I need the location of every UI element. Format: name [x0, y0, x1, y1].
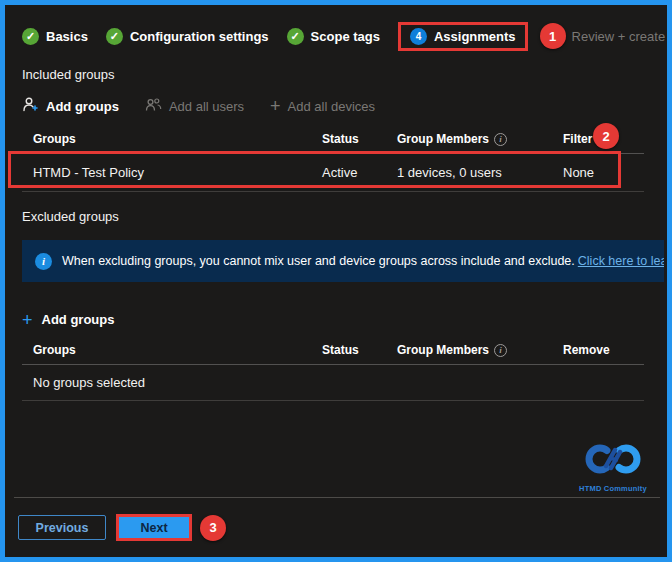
plus-icon: +: [22, 313, 33, 327]
excluded-add-groups-button[interactable]: + Add groups: [22, 312, 653, 327]
htmd-logo-icon: [583, 439, 643, 479]
excluded-groups-table: Groups Status Group Members i Remove No …: [22, 343, 644, 401]
tab-assignments-label: Assignments: [434, 29, 516, 44]
plus-icon: +: [270, 99, 281, 113]
included-table-header: Groups Status Group Members i Filter: [22, 132, 644, 154]
banner-message: When excluding groups, you cannot mix us…: [62, 254, 575, 268]
banner-text: When excluding groups, you cannot mix us…: [62, 254, 664, 268]
tab-basics[interactable]: ✓ Basics: [22, 28, 88, 45]
tab-assignments[interactable]: 4 Assignments: [410, 28, 516, 45]
add-all-devices-button[interactable]: + Add all devices: [270, 99, 375, 114]
previous-button[interactable]: Previous: [18, 515, 106, 540]
column-status: Status: [322, 132, 397, 146]
exclusion-info-banner: i When excluding groups, you cannot mix …: [22, 240, 664, 282]
column-group-members: Group Members i: [397, 343, 563, 357]
no-groups-selected-text: No groups selected: [33, 375, 322, 390]
annotation-circle-3: 3: [200, 515, 226, 541]
column-group-members-label: Group Members: [397, 132, 489, 146]
cell-members: 1 devices, 0 users: [397, 165, 563, 180]
tab-scope-tags[interactable]: ✓ Scope tags: [287, 28, 380, 45]
add-groups-label: Add groups: [46, 99, 119, 114]
people-icon: [145, 97, 162, 115]
annotation-circle-1: 1: [540, 23, 566, 49]
wizard-footer: Previous Next 3: [14, 497, 660, 541]
info-icon[interactable]: i: [494, 344, 507, 357]
empty-state-row: No groups selected: [22, 365, 644, 401]
column-remove: Remove: [563, 343, 644, 357]
annotation-box-assignments: 4 Assignments: [398, 22, 528, 51]
column-groups: Groups: [33, 343, 322, 357]
info-banner-icon: i: [35, 253, 52, 270]
tab-configuration-settings-label: Configuration settings: [130, 29, 269, 44]
annotation-box-next: Next: [116, 514, 192, 541]
tab-scope-tags-label: Scope tags: [311, 29, 380, 44]
info-icon[interactable]: i: [494, 133, 507, 146]
included-groups-table: Groups Status Group Members i Filter HTM…: [22, 132, 644, 192]
column-group-members-label: Group Members: [397, 343, 489, 357]
learn-more-link[interactable]: Click here to learn more about: [578, 254, 664, 268]
column-group-members: Group Members i: [397, 132, 563, 146]
add-all-users-label: Add all users: [169, 99, 244, 114]
tab-configuration-settings[interactable]: ✓ Configuration settings: [106, 28, 269, 45]
wizard-content: ✓ Basics ✓ Configuration settings ✓ Scop…: [5, 5, 667, 401]
check-icon: ✓: [287, 28, 304, 45]
included-groups-toolbar: Add groups Add all users + Add all devic…: [22, 97, 653, 115]
tab-review-create[interactable]: Review + create: [572, 29, 666, 44]
check-icon: ✓: [106, 28, 123, 45]
annotation-circle-2: 2: [593, 123, 619, 149]
column-groups: Groups: [33, 132, 322, 146]
add-all-users-button[interactable]: Add all users: [145, 97, 244, 115]
tab-review-create-label: Review + create: [572, 29, 666, 44]
step-number-badge: 4: [410, 28, 427, 45]
check-icon: ✓: [22, 28, 39, 45]
htmd-logo-caption: HTMD Community: [573, 484, 653, 493]
wizard-window: ✓ Basics ✓ Configuration settings ✓ Scop…: [0, 0, 672, 562]
tab-basics-label: Basics: [46, 29, 88, 44]
cell-filter: None: [563, 165, 644, 180]
column-status: Status: [322, 343, 397, 357]
person-add-icon: [22, 97, 39, 115]
excluded-groups-heading: Excluded groups: [22, 209, 653, 224]
excluded-table-header: Groups Status Group Members i Remove: [22, 343, 644, 365]
add-groups-button[interactable]: Add groups: [22, 97, 119, 115]
wizard-steps: ✓ Basics ✓ Configuration settings ✓ Scop…: [22, 17, 653, 55]
cell-status: Active: [322, 165, 397, 180]
add-all-devices-label: Add all devices: [288, 99, 375, 114]
cell-group-name[interactable]: HTMD - Test Policy: [33, 165, 322, 180]
htmd-community-logo: HTMD Community: [573, 439, 653, 493]
next-button[interactable]: Next: [119, 517, 189, 538]
table-row-htmd-test-policy[interactable]: HTMD - Test Policy Active 1 devices, 0 u…: [22, 154, 644, 192]
included-groups-heading: Included groups: [22, 67, 653, 82]
excluded-add-groups-label: Add groups: [42, 312, 115, 327]
